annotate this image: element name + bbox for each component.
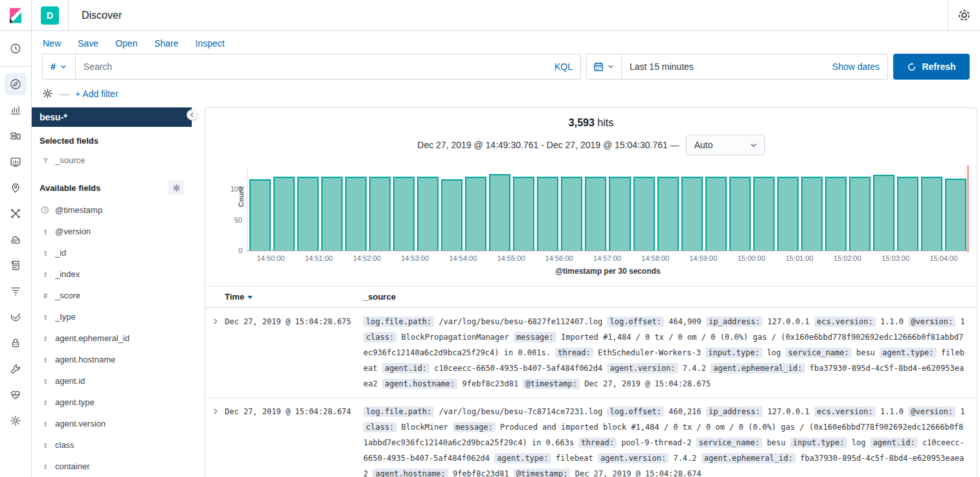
histogram-bar[interactable] [321, 177, 343, 250]
date-quick-menu-button[interactable] [587, 54, 622, 79]
histogram-bar[interactable] [513, 177, 534, 250]
histogram-bar[interactable] [561, 177, 582, 250]
add-filter-button[interactable]: + Add filter [75, 89, 119, 99]
histogram-bar[interactable] [585, 177, 606, 250]
histogram-bar[interactable] [465, 177, 486, 250]
field-name: agent.hostname [55, 355, 115, 364]
field-item-class[interactable]: tclass [40, 434, 184, 456]
field-name: agent.version [55, 419, 106, 428]
histogram-bar[interactable] [297, 177, 319, 250]
kibana-logo[interactable] [0, 0, 32, 30]
field-item-@version[interactable]: t@version [40, 221, 184, 242]
field-item-_source[interactable]: ?_source [40, 150, 184, 171]
discover-app-badge[interactable]: D [41, 6, 59, 25]
histogram-bar[interactable] [345, 177, 367, 250]
histogram-bar[interactable] [441, 179, 462, 250]
histogram-bar[interactable] [681, 177, 703, 250]
histogram-bar[interactable] [897, 177, 918, 250]
histogram-bar[interactable] [873, 175, 895, 250]
text-field-icon: t [41, 249, 50, 257]
histogram-bar[interactable] [777, 177, 799, 250]
histogram-bar[interactable] [753, 177, 775, 250]
field-item-_score[interactable]: #_score [40, 285, 184, 306]
nav-dev-tools-icon[interactable] [5, 358, 27, 380]
histogram-bar[interactable] [921, 177, 942, 250]
histogram-bar[interactable] [417, 177, 439, 250]
field-name: class [55, 440, 74, 450]
sort-desc-icon [247, 296, 253, 299]
nav-management-icon[interactable] [5, 410, 27, 432]
x-axis-tick: 14:51:00 [305, 254, 333, 262]
field-item-agent.id[interactable]: tagent.id [40, 370, 184, 392]
histogram-bar[interactable] [657, 177, 679, 250]
histogram-bar[interactable] [609, 177, 630, 250]
menu-inspect[interactable]: Inspect [196, 38, 225, 49]
nav-maps-icon[interactable] [5, 177, 27, 199]
show-dates-button[interactable]: Show dates [825, 61, 887, 72]
menu-open[interactable]: Open [115, 38, 137, 49]
histogram-bar[interactable] [537, 177, 558, 250]
nav-siem-icon[interactable] [5, 332, 27, 354]
histogram-bar[interactable] [705, 177, 727, 250]
expand-row-icon[interactable] [205, 314, 225, 392]
nav-dashboard-icon[interactable] [5, 125, 27, 147]
nav-visualize-icon[interactable] [5, 99, 27, 121]
row-source: log.file.path: /var/log/besu/besu-6827fe… [363, 314, 977, 392]
menu-new[interactable]: New [43, 38, 61, 49]
refresh-button[interactable]: Refresh [893, 54, 970, 80]
nav-canvas-icon[interactable] [5, 151, 27, 173]
text-field-icon: t [41, 271, 50, 278]
field-item-_type[interactable]: t_type [40, 306, 184, 327]
field-item-container[interactable]: tcontainer [40, 456, 184, 477]
x-axis-ticks: 14:50:0014:51:0014:52:0014:53:0014:54:00… [247, 254, 968, 265]
histogram-bars[interactable] [248, 168, 968, 250]
histogram-bar[interactable] [393, 177, 415, 250]
discover-main-panel: 3,593 hits Dec 27, 2019 @ 14:49:30.761 -… [205, 107, 977, 477]
field-settings-gear-icon[interactable] [168, 180, 184, 195]
filter-settings-gear-icon[interactable] [42, 88, 53, 99]
nav-uptime-icon[interactable] [5, 306, 27, 328]
nav-machine-learning-icon[interactable] [5, 203, 27, 225]
nav-stack-monitoring-icon[interactable] [5, 384, 27, 406]
field-key-badge: service_name: [696, 438, 762, 448]
nav-apm-icon[interactable] [5, 280, 27, 302]
field-item-@timestamp[interactable]: @timestamp [40, 199, 184, 221]
field-item-_id[interactable]: t_id [40, 242, 184, 263]
histogram-bar[interactable] [729, 177, 751, 250]
histogram-bar[interactable] [945, 179, 966, 250]
nav-logs-icon[interactable] [5, 254, 27, 276]
histogram-bar[interactable] [249, 179, 271, 250]
histogram-bar[interactable] [825, 177, 847, 250]
field-name: @timestamp [55, 205, 102, 215]
nav-discover-icon[interactable] [5, 73, 27, 95]
field-item-agent.ephemeral_id[interactable]: tagent.ephemeral_id [40, 327, 184, 349]
field-item-agent.version[interactable]: tagent.version [40, 413, 184, 434]
histogram-bar[interactable] [801, 177, 823, 250]
menu-save[interactable]: Save [78, 38, 98, 49]
histogram-bar[interactable] [369, 177, 391, 250]
histogram-bar[interactable] [489, 174, 510, 251]
field-key-badge: ecs.version: [814, 316, 876, 327]
kql-button[interactable]: KQL [547, 61, 580, 72]
menu-share[interactable]: Share [154, 38, 178, 49]
search-input[interactable] [76, 61, 547, 72]
histogram-bar[interactable] [849, 177, 871, 250]
interval-select[interactable]: Auto [686, 135, 765, 155]
index-pattern-selector[interactable]: besu-* [32, 107, 192, 127]
field-item-_index[interactable]: t_index [40, 263, 184, 285]
sidebar-collapse-button[interactable] [187, 109, 198, 120]
expand-row-icon[interactable] [205, 404, 225, 477]
time-column-header[interactable]: Time [225, 292, 363, 302]
field-name: container [55, 461, 89, 471]
field-key-badge: message: [453, 422, 496, 432]
saved-query-menu-button[interactable]: # [43, 54, 76, 79]
field-item-agent.hostname[interactable]: tagent.hostname [40, 349, 184, 370]
help-icon[interactable] [958, 9, 970, 21]
kibana-logo-icon [7, 7, 24, 24]
time-range-value[interactable]: Last 15 minutes [622, 61, 825, 72]
nav-metrics-icon[interactable] [5, 228, 27, 250]
histogram-bar[interactable] [633, 177, 655, 250]
histogram-bar[interactable] [273, 177, 295, 250]
field-item-agent.type[interactable]: tagent.type [40, 392, 184, 413]
nav-recently-viewed-icon[interactable] [5, 38, 27, 60]
